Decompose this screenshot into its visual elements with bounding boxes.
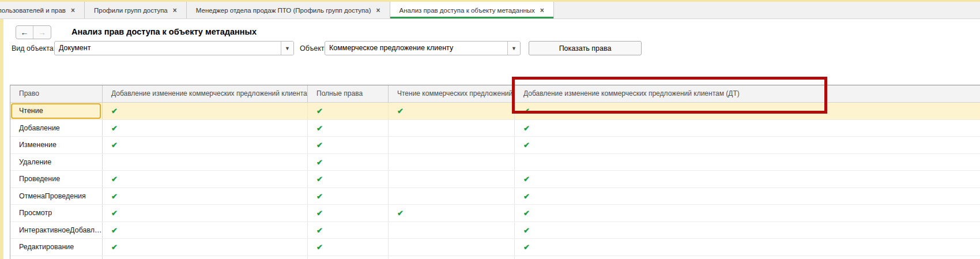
close-icon[interactable]: × <box>376 6 380 14</box>
tab-3[interactable]: Менеджер отдела продаж ПТО (Профиль груп… <box>187 2 390 18</box>
right-name-cell[interactable]: Просмотр <box>10 205 103 222</box>
right-name-cell[interactable]: Изменение <box>10 137 103 153</box>
check-icon: ✔ <box>523 226 530 235</box>
check-cell[interactable] <box>389 120 515 137</box>
check-cell[interactable]: ✔ <box>308 222 389 239</box>
check-cell[interactable]: ✔ <box>103 239 308 256</box>
tab-label: Менеджер отдела продаж ПТО (Профиль груп… <box>196 7 371 14</box>
table-row: Просмотр✔✔✔✔ <box>10 205 980 222</box>
chevron-down-icon[interactable]: ▼ <box>281 42 293 55</box>
close-icon[interactable]: × <box>173 6 177 14</box>
column-header-5[interactable]: Добавление изменение коммерческих предло… <box>515 85 980 102</box>
check-cell[interactable] <box>389 222 515 239</box>
check-cell[interactable]: ✔ <box>103 205 308 222</box>
check-cell[interactable]: ✔ <box>515 205 980 222</box>
check-icon: ✔ <box>523 107 530 115</box>
tab-4[interactable]: Анализ прав доступа к объекту метаданных… <box>390 2 554 18</box>
table-row-partial <box>10 256 980 259</box>
column-header-1[interactable]: Право <box>10 85 103 102</box>
forward-arrow-icon[interactable]: → <box>33 26 51 39</box>
check-cell[interactable]: ✔ <box>308 171 389 187</box>
check-cell[interactable]: ✔ <box>389 205 515 222</box>
right-name-cell[interactable]: Добавление <box>10 120 103 137</box>
check-cell[interactable] <box>389 239 515 256</box>
check-cell[interactable] <box>103 154 308 171</box>
check-cell[interactable]: ✔ <box>103 103 308 119</box>
check-icon: ✔ <box>111 226 118 235</box>
check-icon: ✔ <box>523 141 530 149</box>
right-name-cell[interactable]: Удаление <box>10 154 103 171</box>
table-row: Удаление✔ <box>10 154 980 171</box>
check-cell[interactable]: ✔ <box>308 154 389 171</box>
check-cell[interactable]: ✔ <box>308 120 389 137</box>
check-icon: ✔ <box>111 107 118 115</box>
check-icon: ✔ <box>397 209 404 217</box>
check-cell[interactable]: ✔ <box>515 188 980 205</box>
history-nav-group: ← → <box>16 25 51 39</box>
check-cell[interactable]: ✔ <box>103 188 308 205</box>
check-cell[interactable]: ✔ <box>515 239 980 256</box>
page-title: Анализ прав доступа к объекту метаданных <box>71 27 257 36</box>
column-header-3[interactable]: Полные права <box>308 85 389 102</box>
table-row: ОтменаПроведения✔✔✔ <box>10 188 980 205</box>
column-header-2[interactable]: Добавление изменение коммерческих предло… <box>103 85 308 102</box>
check-cell[interactable]: ✔ <box>103 222 308 239</box>
check-cell[interactable]: ✔ <box>515 103 980 119</box>
check-icon: ✔ <box>111 209 118 217</box>
check-icon: ✔ <box>523 209 530 217</box>
table-row: Изменение✔✔✔ <box>10 137 980 154</box>
check-cell[interactable]: ✔ <box>308 239 389 256</box>
check-cell[interactable]: ✔ <box>515 137 980 153</box>
check-cell[interactable]: ✔ <box>308 103 389 119</box>
tab-label: Анализ прав доступа к объекту метаданных <box>399 7 535 14</box>
check-cell[interactable] <box>515 154 980 171</box>
table-body: Чтение✔✔✔✔Добавление✔✔✔Изменение✔✔✔Удале… <box>10 103 980 256</box>
check-cell[interactable]: ✔ <box>308 205 389 222</box>
object-label: Объект: <box>300 44 326 52</box>
object-kind-combobox[interactable]: Документ ▼ <box>54 41 294 55</box>
left-accent-strip <box>0 19 3 259</box>
tab-1[interactable]: тройки пользователей и прав× <box>0 2 85 18</box>
right-name-cell[interactable]: Проведение <box>10 171 103 187</box>
check-cell[interactable]: ✔ <box>308 188 389 205</box>
check-cell[interactable]: ✔ <box>515 171 980 187</box>
check-cell[interactable] <box>389 171 515 187</box>
rights-table: ПравоДобавление изменение коммерческих п… <box>10 85 980 259</box>
check-cell[interactable]: ✔ <box>103 120 308 137</box>
active-tab-underline <box>390 17 553 18</box>
check-icon: ✔ <box>316 209 323 217</box>
chevron-down-icon[interactable]: ▼ <box>507 42 520 55</box>
check-icon: ✔ <box>111 175 118 183</box>
table-row: Проведение✔✔✔ <box>10 171 980 188</box>
object-value[interactable]: Коммерческое предложение клиенту <box>325 42 507 55</box>
close-icon[interactable]: × <box>540 6 544 14</box>
check-cell[interactable]: ✔ <box>103 137 308 153</box>
check-icon: ✔ <box>523 124 530 133</box>
check-cell[interactable]: ✔ <box>308 137 389 153</box>
tab-label: тройки пользователей и прав <box>0 7 66 14</box>
check-cell[interactable]: ✔ <box>103 171 308 187</box>
right-name-cell[interactable]: Редактирование <box>10 239 103 256</box>
check-cell[interactable]: ✔ <box>389 103 515 119</box>
show-rights-button[interactable]: Показать права <box>529 41 642 55</box>
table-row: Редактирование✔✔✔ <box>10 239 980 256</box>
focused-cell-ring <box>11 103 101 119</box>
right-name-cell[interactable]: ИнтерактивноеДобавл… <box>10 222 103 239</box>
back-arrow-icon[interactable]: ← <box>16 26 33 39</box>
column-header-4[interactable]: Чтение коммерческих предложений клиентам <box>389 85 515 102</box>
check-icon: ✔ <box>523 243 530 252</box>
check-cell[interactable]: ✔ <box>515 222 980 239</box>
table-row: Добавление✔✔✔ <box>10 120 980 137</box>
close-icon[interactable]: × <box>71 6 75 14</box>
object-kind-value[interactable]: Документ <box>55 42 281 55</box>
right-name-cell[interactable]: Чтение <box>10 103 103 119</box>
object-combobox[interactable]: Коммерческое предложение клиенту ▼ <box>325 41 521 55</box>
check-icon: ✔ <box>111 243 118 252</box>
right-name-cell[interactable]: ОтменаПроведения <box>10 188 103 205</box>
check-cell[interactable] <box>389 188 515 205</box>
check-cell[interactable] <box>389 137 515 153</box>
check-cell[interactable]: ✔ <box>515 120 980 137</box>
check-icon: ✔ <box>316 141 323 149</box>
tab-2[interactable]: Профили групп доступа× <box>85 2 187 18</box>
check-cell[interactable] <box>389 154 515 171</box>
